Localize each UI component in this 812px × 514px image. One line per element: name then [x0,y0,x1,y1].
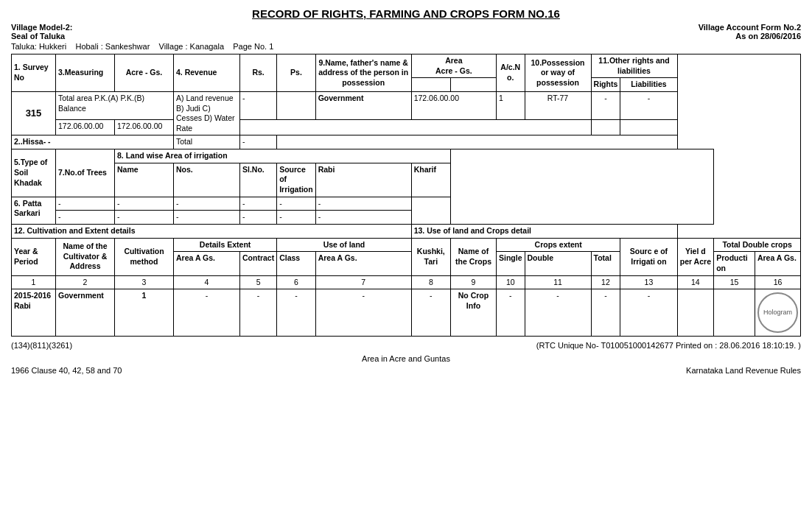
revenue-dash: - [240,91,277,119]
yield-header: Yiel d per Acre [677,238,714,275]
footer-bottom: 1966 Clause 40, 42, 58 and 70 Karnataka … [11,366,801,375]
village-model: Village Model-2: [11,23,73,32]
revenue-items: A) Land revenue B) Judi C) Cesses D) Wat… [174,91,240,135]
total-label: Total [174,135,240,149]
possession-name: Government [315,91,411,119]
page-no: Page No. 1 [233,42,273,51]
irr-empty [450,149,713,225]
data-area: - [174,289,240,337]
col-survey-no: 1. Survey No [12,54,56,92]
col-num-15: 15 [714,275,755,289]
data-producti [714,289,755,337]
liabilities-dash: - [620,91,677,119]
survey-no-value: 315 [12,91,56,135]
col-num-5: 5 [240,275,277,289]
col-nos: Nos. [174,163,240,197]
area-a-gs-2: Area A Gs. [315,252,411,275]
patta2-source: - [240,211,277,225]
trees-label: 7.No.of Trees [56,149,115,197]
use-land-header: Use of land [277,238,412,252]
col-liabilities: Liabilities [620,78,677,92]
col-num-9: 9 [450,275,496,289]
producti-on: Producti on [714,252,755,275]
col-ps: Ps. [277,54,316,92]
col-source: Source of Irrigation [277,163,316,197]
col-revenue: 4. Revenue [174,54,240,92]
patta-name: - [56,197,115,211]
ps-dash [277,91,316,119]
main-table: 1. Survey No 3.Measuring Acre - Gs. 4. R… [11,54,801,337]
land-irr-label: 8. Land wise Area of irrigation [115,149,451,163]
col-num-7: 7 [315,275,411,289]
seal-of-taluka: Seal of Taluka [11,32,73,41]
data-contract: - [240,289,277,337]
patta2-kharif: - [315,211,411,225]
data-source-irr: - [620,289,677,337]
crops-extent-header: Crops extent [496,238,620,252]
contract-col: Contract [240,252,277,275]
kushki-header: Kushki, Tari [411,238,450,275]
hologram-cell: Hologram [755,289,800,337]
footer-left: (134)(811)(3261) [11,341,72,350]
year-period-header: Year & Period [12,238,56,275]
col-num-16: 16 [755,275,800,289]
class-col: Class [277,252,316,275]
hologram-label: Hologram [763,309,792,317]
footer-center: Area in Acre and Guntas [11,354,801,363]
col-num-8: 8 [411,275,450,289]
footer-area: Area in Acre and Guntas [362,354,450,363]
col-gs-sub [450,78,496,92]
patta2-name: - [56,211,115,225]
details-extent-header: Details Extent [174,238,277,252]
patta-rabi: - [277,197,316,211]
col-kharif: Kharif [411,163,450,197]
footer-rtc: (RTC Unique No- T010051000142677 Printed… [536,341,801,350]
area-a-gs-3: Area A Gs. [755,252,800,275]
data-use-area: - [315,289,411,337]
possession-area: 172.06.00.00 [411,91,496,119]
total-dash: - [240,135,277,149]
hologram: Hologram [757,292,798,333]
col-acre-gs: Acre - Gs. [115,54,174,92]
empty-row2 [240,119,592,135]
cult-method-header: Cultivation method [115,238,174,275]
col-num-6: 6 [277,275,316,289]
data-cultivation: 1 [115,289,174,337]
revenue-val1: 172.06.00.00 [56,119,115,135]
page-title: RECORD OF RIGHTS, FARMING AND CROPS FORM… [11,7,801,20]
cult-label: 12. Cultivation and Extent details [12,224,412,238]
col-num-3: 3 [115,275,174,289]
data-total-crops: - [591,289,620,337]
col-slno: Sl.No. [240,163,277,197]
data-single: - [496,289,525,337]
patta2-rabi: - [277,211,316,225]
header-info: Taluka: Hukkeri Hobali : Sankeshwar Vill… [11,42,801,51]
hissa-label: 2..Hissa- - [12,135,174,149]
col-num-14: 14 [677,275,714,289]
footer-clause: 1966 Clause 40, 42, 58 and 70 [11,366,122,375]
patta-slno: - [174,197,240,211]
col-rs: Rs. [240,54,277,92]
use-land-label: 13. Use of land and Crops detail [411,224,677,238]
taluka-label: Taluka: Hukkeri [11,42,66,51]
col-rabi: Rabi [315,163,411,197]
col-measuring: 3.Measuring [56,54,115,92]
name-crops-header: Name of the Crops [450,238,496,275]
area-a-gs-1: Area A Gs. [174,252,240,275]
cultivator-header: Name of the Cultivator & Address [56,238,115,275]
village-account-form: Village Account Form No.2 [699,23,801,32]
hissa-empty [277,135,677,149]
footer-row: (134)(811)(3261) (RTC Unique No- T010051… [11,341,801,350]
col-name-father: 9.Name, father's name & address of the p… [315,54,411,92]
data-double: - [525,289,591,337]
col-num-1: 1 [12,275,56,289]
village-label: Village : Kanagala [159,42,224,51]
hobali-label: Hobali : Sankeshwar [75,42,150,51]
col-other-rights: 11.Other rights and liabilities [591,54,677,78]
footer-rules: Karnataka Land Revenue Rules [686,366,801,375]
acno-value: 1 [496,91,525,119]
total-double-header: Total Double crops [714,238,801,252]
patta2-slno: - [174,211,240,225]
col-num-12: 12 [591,275,620,289]
single-col: Single [496,252,525,275]
